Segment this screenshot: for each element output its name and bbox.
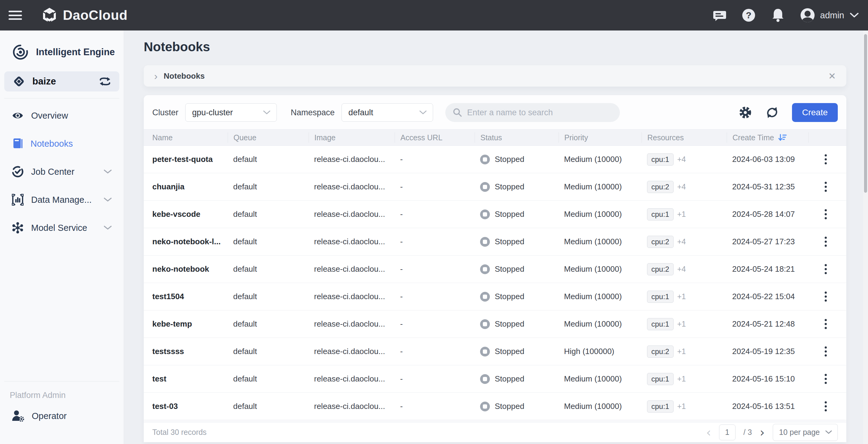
cell-status: Stopped <box>474 237 559 247</box>
cell-actions <box>808 292 846 302</box>
sidebar-item-operator[interactable]: Operator <box>4 406 119 426</box>
cell-status: Stopped <box>474 209 559 219</box>
sidebar-item-overview[interactable]: Overview <box>4 106 119 125</box>
cell-priority: Medium (10000) <box>559 182 642 192</box>
sidebar-item-notebooks[interactable]: Notebooks <box>4 134 119 153</box>
cell-resources: cpu:1+1 <box>642 400 727 413</box>
sidebar-item-job-center[interactable]: Job Center <box>4 162 119 181</box>
page-scrollbar[interactable] <box>863 31 868 444</box>
sort-descending-icon[interactable] <box>778 133 787 142</box>
table-row[interactable]: neko-notebook default release-ci.daoclou… <box>144 255 846 283</box>
check-circle-icon <box>11 166 24 178</box>
row-actions-kebab-icon[interactable] <box>814 319 846 329</box>
status-text: Stopped <box>495 264 524 274</box>
notifications-bell-icon[interactable] <box>771 8 785 22</box>
table-row[interactable]: test default release-ci.daoclou... - Sto… <box>144 365 846 393</box>
breadcrumb-item[interactable]: Notebooks <box>163 71 205 81</box>
resource-chip: cpu:2 <box>647 345 674 358</box>
table-row[interactable]: kebe-vscode default release-ci.daoclou..… <box>144 201 846 228</box>
cell-priority: High (100000) <box>559 347 642 356</box>
cell-name[interactable]: kebe-temp <box>144 319 228 329</box>
prev-page-icon[interactable]: ‹ <box>706 426 711 439</box>
cell-name[interactable]: test-03 <box>144 402 228 411</box>
row-actions-kebab-icon[interactable] <box>814 401 846 411</box>
cell-name[interactable]: peter-test-quota <box>144 155 228 164</box>
cell-name[interactable]: testssss <box>144 347 228 356</box>
page-size-select[interactable]: 10 per page <box>773 424 838 441</box>
col-priority[interactable]: Priority <box>559 132 642 143</box>
workspace-switcher[interactable]: baize <box>4 71 119 92</box>
row-actions-kebab-icon[interactable] <box>814 237 846 247</box>
search-input[interactable] <box>467 108 614 117</box>
col-create-time[interactable]: Create Time <box>727 132 808 143</box>
table-row[interactable]: peter-test-quota default release-ci.daoc… <box>144 146 846 173</box>
resource-extra: +4 <box>677 155 686 164</box>
table-row[interactable]: neko-notebook-l... default release-ci.da… <box>144 228 846 255</box>
table-row[interactable]: testssss default release-ci.daoclou... -… <box>144 338 846 365</box>
cell-name[interactable]: neko-notebook <box>144 264 228 274</box>
cluster-select[interactable]: gpu-cluster <box>185 103 277 122</box>
sidebar-item-label: Data Manage... <box>31 195 92 205</box>
cell-create-time: 2024-06-03 13:09 <box>727 155 808 164</box>
cell-name[interactable]: neko-notebook-l... <box>144 237 228 246</box>
resource-chip: cpu:2 <box>647 181 674 193</box>
menu-toggle-icon[interactable] <box>8 11 22 20</box>
row-actions-kebab-icon[interactable] <box>814 154 846 164</box>
cell-status: Stopped <box>474 155 559 164</box>
cell-priority: Medium (10000) <box>559 209 642 219</box>
namespace-select[interactable]: default <box>342 103 433 122</box>
help-icon[interactable]: ? <box>742 8 755 22</box>
next-page-icon[interactable]: › <box>760 426 765 439</box>
row-actions-kebab-icon[interactable] <box>814 292 846 302</box>
stopped-status-icon <box>480 182 490 192</box>
messages-icon[interactable] <box>713 8 726 22</box>
table-row[interactable]: test1504 default release-ci.daoclou... -… <box>144 283 846 310</box>
row-actions-kebab-icon[interactable] <box>814 264 846 274</box>
cell-resources: cpu:1+1 <box>642 318 727 330</box>
col-queue[interactable]: Queue <box>228 132 309 143</box>
cell-actions <box>808 374 846 384</box>
current-page-input[interactable]: 1 <box>719 424 736 440</box>
table-row[interactable]: chuanjia default release-ci.daoclou... -… <box>144 173 846 201</box>
col-resources[interactable]: Resources <box>642 132 727 143</box>
stopped-status-icon <box>480 347 490 356</box>
row-actions-kebab-icon[interactable] <box>814 374 846 384</box>
row-actions-kebab-icon[interactable] <box>814 182 846 192</box>
sidebar-divider <box>4 98 119 99</box>
col-access-url[interactable]: Access URL <box>395 132 474 143</box>
cell-name[interactable]: chuanjia <box>144 182 228 192</box>
chevron-down-icon <box>263 110 271 115</box>
col-status[interactable]: Status <box>474 132 559 143</box>
settings-gear-icon[interactable] <box>738 105 752 119</box>
sidebar-item-data-management[interactable]: Data Manage... <box>4 190 119 209</box>
row-actions-kebab-icon[interactable] <box>814 346 846 356</box>
cell-actions <box>808 264 846 274</box>
row-actions-kebab-icon[interactable] <box>814 209 846 219</box>
create-button[interactable]: Create <box>792 103 838 122</box>
brand-name: DaoCloud <box>63 8 128 23</box>
sidebar-item-model-service[interactable]: Model Service <box>4 218 119 238</box>
cell-access-url: - <box>395 347 474 356</box>
avatar <box>801 8 814 22</box>
col-image[interactable]: Image <box>309 132 395 143</box>
col-name[interactable]: Name <box>144 132 228 143</box>
status-text: Stopped <box>495 237 524 246</box>
cell-priority: Medium (10000) <box>559 237 642 246</box>
cell-create-time: 2024-05-31 12:35 <box>727 182 808 192</box>
cell-status: Stopped <box>474 319 559 329</box>
stopped-status-icon <box>480 292 490 302</box>
user-menu[interactable]: admin <box>801 8 859 22</box>
cell-name[interactable]: test1504 <box>144 292 228 301</box>
cell-name[interactable]: test <box>144 374 228 384</box>
refresh-icon[interactable] <box>765 105 779 119</box>
scrollbar-thumb[interactable] <box>864 34 867 193</box>
notebooks-card: Cluster gpu-cluster Namespace default <box>144 95 846 442</box>
cell-name[interactable]: kebe-vscode <box>144 209 228 219</box>
sidebar-item-label: Notebooks <box>31 139 73 149</box>
cell-create-time: 2024-05-19 12:35 <box>727 347 808 356</box>
close-icon[interactable]: ✕ <box>828 71 836 81</box>
switch-workspace-icon[interactable] <box>99 76 112 87</box>
table-row[interactable]: test-03 default release-ci.daoclou... - … <box>144 393 846 420</box>
cell-status: Stopped <box>474 374 559 384</box>
table-row[interactable]: kebe-temp default release-ci.daoclou... … <box>144 310 846 338</box>
